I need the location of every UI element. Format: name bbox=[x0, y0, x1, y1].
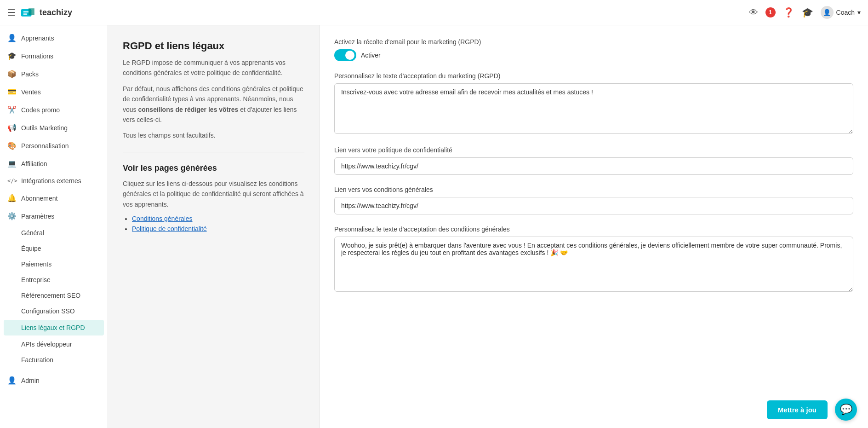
sidebar-item-affiliation[interactable]: 💻 Affiliation bbox=[0, 155, 108, 173]
sidebar-item-personnalisation[interactable]: 🎨 Personnalisation bbox=[0, 137, 108, 155]
sidebar-submenu-item-configuration-sso[interactable]: Configuration SSO bbox=[0, 303, 108, 319]
sidebar-admin-label: Admin bbox=[21, 377, 40, 384]
integrations-icon: </> bbox=[7, 178, 17, 184]
sidebar-item-apprenants[interactable]: 👤 Apprenants bbox=[0, 29, 108, 47]
save-button[interactable]: Mettre à jou bbox=[767, 400, 828, 419]
textarea1-label: Personnalisez le texte d'acceptation du … bbox=[334, 72, 853, 80]
apprenants-icon: 👤 bbox=[7, 34, 17, 42]
toggle-label: Activez la récolte d'email pour le marke… bbox=[334, 38, 853, 46]
ventes-icon: 💳 bbox=[7, 87, 17, 96]
field-group-textarea2: Personnalisez le texte d'acceptation des… bbox=[334, 226, 853, 293]
sidebar-submenu-item-apis-developpeur[interactable]: APIs développeur bbox=[0, 336, 108, 352]
sidebar-item-parametres[interactable]: ⚙️ Paramètres bbox=[0, 207, 108, 225]
formations-icon: 🎓 bbox=[7, 52, 17, 60]
sidebar-submenu-parametres: Général Équipe Paiements Entreprise Réfé… bbox=[0, 225, 108, 368]
packs-icon: 📦 bbox=[7, 69, 17, 78]
left-panel: RGPD et liens légaux Le RGPD impose de c… bbox=[108, 25, 320, 428]
svg-rect-3 bbox=[23, 13, 27, 14]
conditions-url-input[interactable] bbox=[334, 197, 853, 214]
coach-label: Coach bbox=[836, 9, 855, 16]
field-group-input2: Lien vers vos conditions générales bbox=[334, 186, 853, 214]
header: ☰ teachizy 👁 1 ❓ 🎓 👤 Coach ▾ bbox=[0, 0, 868, 25]
list-item-confidentialite: Politique de confidentialité bbox=[132, 225, 304, 232]
input2-label: Lien vers vos conditions générales bbox=[334, 186, 853, 193]
toggle-active-label: Activer bbox=[361, 52, 381, 59]
list-item-conditions: Conditions générales bbox=[132, 215, 304, 222]
sidebar-item-ventes[interactable]: 💳 Ventes bbox=[0, 83, 108, 101]
logo-text: teachizy bbox=[40, 8, 72, 17]
hamburger-icon[interactable]: ☰ bbox=[7, 7, 16, 18]
sidebar-item-label: Paramètres bbox=[21, 213, 54, 220]
chat-button[interactable]: 💬 bbox=[835, 399, 857, 421]
right-panel: Activez la récolte d'email pour le marke… bbox=[320, 25, 868, 428]
sidebar-item-label: Abonnement bbox=[21, 195, 57, 202]
marketing-textarea[interactable]: Inscrivez-vous avec votre adresse email … bbox=[334, 83, 853, 134]
svg-rect-2 bbox=[23, 12, 29, 12]
sidebar-item-label: Personnalisation bbox=[21, 142, 69, 150]
sidebar-submenu-item-liens-legaux-rgpd[interactable]: Liens légaux et RGPD bbox=[4, 320, 104, 335]
sidebar: 👤 Apprenants 🎓 Formations 📦 Packs 💳 Vent… bbox=[0, 25, 108, 428]
sidebar-submenu-item-facturation[interactable]: Facturation bbox=[0, 352, 108, 368]
conditions-textarea[interactable]: Woohoo, je suis prêt(e) à embarquer dans… bbox=[334, 237, 853, 292]
affiliation-icon: 💻 bbox=[7, 159, 17, 168]
input1-label: Lien vers votre politique de confidentia… bbox=[334, 146, 853, 154]
marketing-toggle[interactable] bbox=[334, 49, 356, 61]
sidebar-submenu-item-entreprise[interactable]: Entreprise bbox=[0, 272, 108, 288]
sidebar-item-label: Packs bbox=[21, 70, 39, 78]
field-group-input1: Lien vers votre politique de confidentia… bbox=[334, 146, 853, 175]
header-left: ☰ teachizy bbox=[7, 7, 72, 18]
desc1: Le RGPD impose de communiquer à vos appr… bbox=[123, 58, 304, 78]
sidebar-item-label: Outils Marketing bbox=[21, 124, 68, 132]
textarea2-label: Personnalisez le texte d'acceptation des… bbox=[334, 226, 853, 233]
sidebar-item-label: Formations bbox=[21, 52, 53, 60]
link-list: Conditions générales Politique de confid… bbox=[123, 215, 304, 232]
sidebar-item-label: Intégrations externes bbox=[21, 177, 81, 185]
politique-url-input[interactable] bbox=[334, 157, 853, 175]
header-right: 👁 1 ❓ 🎓 👤 Coach ▾ bbox=[749, 6, 861, 19]
chevron-down-icon: ▾ bbox=[857, 9, 861, 16]
codes-promo-icon: ✂️ bbox=[7, 105, 17, 114]
sidebar-submenu-item-general[interactable]: Général bbox=[0, 225, 108, 241]
toggle-slider bbox=[334, 49, 356, 61]
coach-avatar: 👤 bbox=[821, 6, 834, 19]
notification-badge[interactable]: 1 bbox=[765, 7, 776, 17]
sidebar-item-codes-promo[interactable]: ✂️ Codes promo bbox=[0, 101, 108, 119]
sidebar-submenu-item-paiements[interactable]: Paiements bbox=[0, 256, 108, 272]
sidebar-item-packs[interactable]: 📦 Packs bbox=[0, 65, 108, 83]
personnalisation-icon: 🎨 bbox=[7, 141, 17, 150]
divider bbox=[123, 152, 304, 152]
sidebar-item-label: Codes promo bbox=[21, 106, 60, 114]
section2-desc: Cliquez sur les liens ci-dessous pour vi… bbox=[123, 179, 304, 209]
page-title: RGPD et liens légaux bbox=[123, 40, 304, 52]
field-group-textarea1: Personnalisez le texte d'acceptation du … bbox=[334, 72, 853, 135]
link-conditions-generales[interactable]: Conditions générales bbox=[132, 215, 193, 222]
desc2-bold: conseillons de rédiger les vôtres bbox=[138, 106, 238, 113]
toggle-row: Activer bbox=[334, 49, 853, 61]
coach-menu[interactable]: 👤 Coach ▾ bbox=[821, 6, 861, 19]
layout: 👤 Apprenants 🎓 Formations 📦 Packs 💳 Vent… bbox=[0, 25, 868, 428]
help-icon[interactable]: ❓ bbox=[783, 7, 794, 18]
eye-icon[interactable]: 👁 bbox=[749, 7, 758, 18]
link-politique-confidentialite[interactable]: Politique de confidentialité bbox=[132, 225, 207, 232]
sidebar-submenu-item-referencement-seo[interactable]: Référencement SEO bbox=[0, 288, 108, 303]
abonnement-icon: 🔔 bbox=[7, 194, 17, 202]
logo-icon bbox=[21, 7, 36, 18]
sidebar-item-formations[interactable]: 🎓 Formations bbox=[0, 47, 108, 65]
notification-count[interactable]: 1 bbox=[765, 7, 776, 17]
desc3: Tous les champs sont facultatifs. bbox=[123, 130, 304, 140]
section2-title: Voir les pages générées bbox=[123, 163, 304, 173]
bottom-bar: Mettre à jou 💬 bbox=[756, 391, 868, 428]
sidebar-item-abonnement[interactable]: 🔔 Abonnement bbox=[0, 189, 108, 207]
desc2: Par défaut, nous affichons des condition… bbox=[123, 84, 304, 125]
sidebar-item-label: Ventes bbox=[21, 88, 41, 96]
sidebar-submenu-item-equipe[interactable]: Équipe bbox=[0, 241, 108, 256]
sidebar-item-outils-marketing[interactable]: 📢 Outils Marketing bbox=[0, 119, 108, 137]
outils-marketing-icon: 📢 bbox=[7, 123, 17, 132]
logo: teachizy bbox=[21, 7, 72, 18]
sidebar-item-label: Apprenants bbox=[21, 35, 54, 42]
parametres-icon: ⚙️ bbox=[7, 212, 17, 220]
sidebar-item-integrations[interactable]: </> Intégrations externes bbox=[0, 173, 108, 189]
sidebar-item-admin[interactable]: 👤 Admin bbox=[0, 371, 108, 389]
sidebar-item-label: Affiliation bbox=[21, 160, 47, 168]
graduation-icon[interactable]: 🎓 bbox=[802, 7, 813, 18]
